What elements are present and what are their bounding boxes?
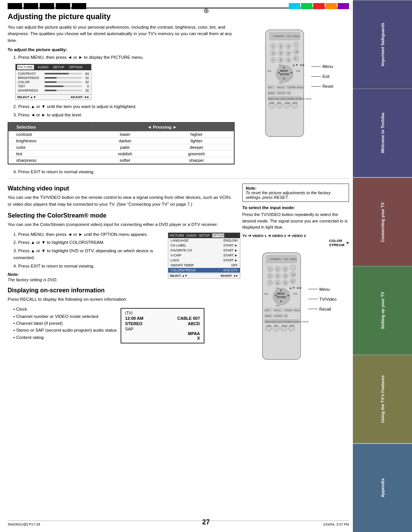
pm-row-contrast: CONTRAST 64: [18, 72, 89, 76]
osd-time-cable: 12:00 AM CABLE 007: [125, 316, 200, 321]
option-menu-box: PICTURE AUDIO SETUP OPTION LANGUAGE ENGL…: [168, 232, 240, 279]
sel-contrast: contrast: [9, 131, 91, 137]
svg-text:▼: ▼: [282, 77, 286, 81]
colorstream-steps: 1. Press MENU, then press ◄ or ► until t…: [13, 231, 164, 269]
svg-text:◄: ◄: [277, 71, 280, 74]
svg-text:RECALL: RECALL: [277, 86, 285, 89]
svg-text:+10: +10: [291, 274, 295, 276]
svg-text:TV/VIDEO: TV/VIDEO: [284, 310, 293, 311]
om-vchip: V-CHIP START ►: [168, 253, 240, 258]
svg-text:PAY▲: PAY▲: [297, 86, 303, 89]
pm-contrast-label: CONTRAST: [18, 72, 45, 76]
om-lock: LOCK START ►: [168, 258, 240, 263]
svg-text:5: 5: [280, 52, 282, 55]
flow-arrow-3: ➔: [287, 234, 290, 238]
svg-text:CODE: CODE: [266, 325, 271, 327]
om-tab-picture: PICTURE: [170, 234, 184, 237]
pm-brightness-value: 32: [82, 76, 89, 80]
osd-col: (TV) 12:00 AM CABLE 007 STEREO ABCD: [121, 306, 204, 346]
picture-menu-box: PICTURE AUDIO SETUP OPTION CONTRAST 64 B…: [15, 64, 92, 100]
svg-text:3: 3: [285, 268, 286, 271]
svg-text:2: 2: [280, 45, 282, 48]
om-lock-label: LOCK: [171, 258, 179, 262]
sel-tint: tint: [9, 150, 91, 157]
black-strip-3: [40, 3, 54, 9]
sidebar-tab-setting[interactable]: Setting up your TV: [353, 266, 412, 355]
black-strip-5: [72, 3, 86, 9]
reset-label-row: Reset: [311, 84, 333, 89]
sidebar-tab-using-features[interactable]: Using the TV's Features: [353, 355, 412, 443]
pm-tab-setup: SETUP: [52, 65, 65, 69]
svg-text:▲: ▲: [279, 288, 283, 292]
bullet-content: Content rating: [13, 334, 117, 341]
step-1: 1. Press MENU, then press ◄ or ► to disp…: [13, 54, 235, 61]
sel-color-lower: paler: [91, 144, 159, 150]
osd-mpaa: MPAA: [188, 331, 200, 336]
om-language: LANGUAGE ENGLISH: [168, 238, 240, 243]
pm-color-label: COLOR: [18, 80, 45, 84]
svg-text:ENTER: ENTER: [280, 73, 289, 76]
svg-text:0: 0: [292, 280, 293, 283]
svg-text:4: 4: [272, 52, 274, 55]
step-3: 3. Press ◄ or ► to adjust the level.: [13, 111, 235, 118]
om-select-label: SELECT ▲▼: [170, 274, 188, 277]
svg-text:9: 9: [285, 282, 286, 284]
svg-text:EXIT: EXIT: [268, 86, 273, 89]
svg-text:MTS: MTS: [277, 102, 281, 104]
svg-text:TV: TV: [278, 258, 282, 260]
reset-label: Reset: [322, 84, 333, 89]
watching-text: You can use the TV/VIDEO button on the r…: [8, 194, 235, 208]
menu-label-2: Menu: [319, 287, 330, 292]
option-menu-col: PICTURE AUDIO SETUP OPTION LANGUAGE ENGL…: [168, 231, 235, 282]
black-strip-1: [8, 3, 22, 9]
recall-label-row: Recall: [308, 307, 336, 311]
om-offtimer-label: ON/OFF TIMER: [171, 263, 194, 267]
black-strip-4: [56, 3, 70, 9]
adjusting-intro: You can adjust the picture quality to yo…: [8, 24, 235, 44]
svg-text:MTS: MTS: [274, 325, 278, 327]
svg-text:0: 0: [295, 57, 296, 60]
sidebar-tab-connecting[interactable]: Connecting your TV: [353, 177, 412, 266]
om-vchip-value: START ►: [223, 253, 238, 257]
color-bar: [289, 3, 349, 10]
pm-color-value: 32: [82, 80, 89, 84]
sidebar-tab-appendix[interactable]: Appendix: [353, 443, 412, 532]
colorstream-title: Selecting the ColorStream® mode: [8, 212, 235, 219]
om-header: PICTURE AUDIO SETUP OPTION: [168, 233, 240, 238]
svg-text:1/S: 1/S: [287, 92, 290, 94]
osd-top-row: (TV): [125, 311, 200, 315]
crosshair-icon: ⊕: [202, 7, 210, 15]
exit-label: Exit: [322, 74, 329, 79]
osd-time: 12:00 AM: [125, 316, 143, 321]
om-colorstream-value: DVD DTV: [224, 268, 238, 272]
adjusting-steps-2: 2. Press ▲ or ▼ until the item you want …: [13, 103, 235, 118]
svg-text:RECALL: RECALL: [274, 310, 281, 311]
svg-text:4: 4: [269, 275, 271, 277]
svg-text:CAP/TEXT: CAP/TEXT: [274, 315, 283, 317]
colorstream-text: You can use the ColorStream (component v…: [8, 221, 235, 228]
svg-text:TV: TV: [282, 35, 285, 37]
selection-table: Selection ◄ Pressing ► contrast lower hi…: [8, 122, 235, 164]
om-chlabel: CH LABEL START ►: [168, 243, 240, 248]
note-text: To reset the picture adjustments to the …: [246, 190, 346, 200]
bullet-clock: Clock: [13, 306, 117, 313]
sel-sharpness-lower: softer: [91, 157, 159, 163]
remote-1-labels: Menu Exit Reset: [311, 28, 333, 89]
om-offtimer-value: OFF: [231, 263, 238, 267]
om-lock-value: START ►: [223, 258, 238, 262]
sel-brightness-lower: darker: [91, 137, 159, 144]
cs-step-1: 1. Press MENU, then press ◄ or ► until t…: [13, 231, 164, 238]
cs-note-text: The factory setting is DVD.: [8, 277, 58, 282]
sidebar-tab-important[interactable]: Important Safeguards: [353, 0, 412, 89]
om-tab-audio: AUDIO: [186, 234, 196, 237]
remote-2: POWER TV VCR CABLE 1 2 3 4: [255, 251, 308, 366]
pm-select-label: SELECT ▲▼: [17, 95, 36, 99]
flow-arrow-2: ➔: [268, 234, 271, 238]
osd-tv-label: (TV): [125, 311, 132, 315]
menu-label-row: Menu: [311, 64, 333, 69]
flow-video2: VIDEO 2: [272, 234, 286, 238]
svg-text:POWER: POWER: [270, 258, 279, 260]
svg-text:○: ○: [295, 44, 297, 46]
sidebar-tab-welcome[interactable]: Welcome to Toshiba: [353, 89, 412, 177]
cs-step-4: 4. Press EXIT to return to normal viewin…: [13, 263, 164, 269]
